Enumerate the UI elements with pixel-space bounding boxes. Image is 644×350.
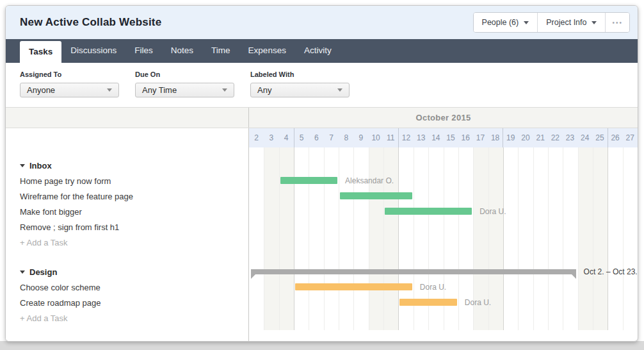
tab-notes[interactable]: Notes (162, 39, 202, 63)
day-cell-5: 5 (294, 128, 309, 147)
filter-label-assigned-to: Assigned To (20, 71, 119, 78)
filter-label-labeled-with: Labeled With (250, 71, 350, 78)
task-name[interactable]: Make font bigger (6, 204, 248, 219)
gantt-bar-green[interactable] (340, 192, 412, 199)
group-summary-row-design: Oct 2. – Oct 23. (249, 264, 638, 279)
tab-discussions[interactable]: Discussions (61, 39, 125, 63)
day-cell-23: 23 (563, 128, 577, 147)
group-header-design[interactable]: Design (6, 264, 248, 279)
tab-bar: TasksDiscussionsFilesNotesTimeExpensesAc… (6, 39, 638, 63)
day-cell-8: 8 (339, 128, 353, 147)
day-cell-9: 9 (353, 128, 368, 147)
gantt-bar-orange[interactable] (399, 299, 456, 306)
caret-down-icon (592, 21, 597, 24)
more-options-button-label: ••• (612, 19, 623, 26)
caret-down-icon (222, 88, 227, 92)
day-cell-6: 6 (309, 128, 324, 147)
filter-select-due-on[interactable]: Any Time (135, 83, 234, 97)
day-cell-20: 20 (518, 128, 533, 147)
empty-row (249, 310, 638, 326)
assignee-label: Dora U. (479, 204, 506, 219)
add-task-button-design[interactable]: + Add a Task (6, 310, 248, 326)
day-cell-19: 19 (503, 128, 518, 147)
day-cell-24: 24 (577, 128, 592, 147)
filter-select-assigned-to[interactable]: Anyone (20, 83, 119, 97)
collapse-caret-icon[interactable] (20, 271, 25, 274)
day-cell-2: 2 (249, 128, 264, 147)
group-header-inbox[interactable]: Inbox (6, 158, 248, 173)
day-cell-22: 22 (548, 128, 563, 147)
assignee-label: Dora U. (420, 279, 446, 295)
day-cell-13: 13 (414, 128, 428, 147)
day-cell-18: 18 (488, 128, 503, 147)
gantt-bar-green[interactable] (280, 177, 337, 184)
people-button[interactable]: People (6) (474, 13, 538, 32)
more-options-button[interactable]: ••• (605, 13, 629, 32)
assignee-label: Dora U. (465, 295, 491, 310)
tab-tasks[interactable]: Tasks (20, 41, 61, 63)
day-cell-11: 11 (383, 128, 398, 147)
group-name: Inbox (29, 161, 52, 171)
gantt-bar-green[interactable] (385, 208, 472, 215)
month-header: October 2015 (249, 108, 638, 128)
project-info-button[interactable]: Project Info (537, 13, 605, 32)
caret-down-icon (107, 88, 112, 92)
day-cell-26: 26 (608, 128, 623, 147)
caret-down-icon (337, 88, 342, 92)
page-background-strip (0, 341, 644, 350)
gantt-bar-orange[interactable] (295, 283, 412, 290)
day-cell-12: 12 (398, 128, 414, 147)
task-bar-row: Aleksandar O. (249, 173, 638, 188)
project-window: New Active Collab Website People (6)Proj… (5, 5, 638, 342)
collapse-caret-icon[interactable] (20, 164, 25, 167)
filter-label-due-on: Due On (135, 71, 234, 78)
add-task-button-inbox[interactable]: + Add a Task (6, 235, 248, 250)
day-cell-21: 21 (533, 128, 548, 147)
task-bar-row (249, 219, 638, 235)
task-name[interactable]: Wireframe for the feature page (6, 188, 248, 204)
day-cell-15: 15 (443, 128, 458, 147)
filter-labeled-with: Labeled WithAny (250, 71, 350, 107)
empty-row (249, 235, 638, 250)
day-cell-16: 16 (458, 128, 473, 147)
task-bar-row: Dora U. (249, 204, 638, 219)
day-cell-4: 4 (278, 128, 293, 147)
filter-assigned-to: Assigned ToAnyone (20, 71, 119, 107)
filter-select-labeled-with[interactable]: Any (250, 83, 350, 97)
group-name: Design (29, 267, 57, 277)
tab-time[interactable]: Time (202, 39, 239, 63)
gantt-header-row: October 2015 (6, 108, 638, 128)
task-name[interactable]: Remove ; sign from first h1 (6, 219, 248, 235)
project-header: New Active Collab Website People (6)Proj… (6, 6, 638, 39)
day-cell-27: 27 (623, 128, 638, 147)
day-cell-14: 14 (428, 128, 443, 147)
day-header-row: 2345678910111213141516171819202122232425… (6, 128, 638, 147)
task-list-panel: InboxHome page try now formWireframe for… (6, 147, 249, 342)
task-name[interactable]: Create roadmap page (6, 295, 248, 310)
project-info-button-label: Project Info (546, 18, 586, 27)
filter-value-due-on: Any Time (142, 85, 177, 95)
gantt-chart-panel: Aleksandar O.Dora U.Oct 2. – Oct 23.Dora… (249, 147, 638, 342)
tab-activity[interactable]: Activity (295, 39, 341, 63)
day-cell-3: 3 (264, 128, 278, 147)
people-button-label: People (6) (482, 18, 519, 27)
day-cell-25: 25 (592, 128, 607, 147)
task-list-header (6, 108, 249, 128)
day-cell-7: 7 (324, 128, 339, 147)
day-cell-10: 10 (369, 128, 383, 147)
day-cell-17: 17 (473, 128, 488, 147)
summary-bar-design[interactable] (251, 269, 576, 274)
tab-files[interactable]: Files (125, 39, 162, 63)
filter-bar: Assigned ToAnyoneDue OnAny TimeLabeled W… (6, 63, 638, 108)
caret-down-icon (524, 21, 529, 24)
day-header-spacer (6, 128, 249, 147)
group-summary-row-inbox (249, 158, 638, 173)
task-bar-row: Dora U. (249, 279, 638, 295)
tab-expenses[interactable]: Expenses (239, 39, 295, 63)
day-header-cells: 2345678910111213141516171819202122232425… (249, 128, 638, 147)
task-name[interactable]: Home page try now form (6, 173, 248, 188)
assignee-label: Aleksandar O. (345, 173, 394, 188)
summary-date-range: Oct 2. – Oct 23. (584, 264, 638, 279)
page-title: New Active Collab Website (20, 16, 161, 29)
task-name[interactable]: Choose color scheme (6, 279, 248, 295)
